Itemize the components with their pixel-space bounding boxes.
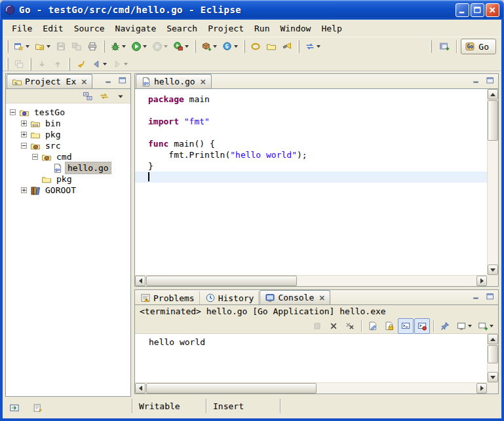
- editor-trim-button[interactable]: [30, 400, 46, 416]
- tab-hello.go[interactable]: gohello.go×: [136, 74, 212, 88]
- dropdown-arrow-icon[interactable]: [143, 45, 147, 48]
- toolbar-grip[interactable]: [68, 58, 70, 71]
- dropdown-arrow-icon[interactable]: [122, 45, 126, 48]
- code-line-2[interactable]: [135, 105, 487, 116]
- open-console-button[interactable]: [475, 318, 496, 334]
- expander-plus-icon[interactable]: +: [21, 187, 27, 193]
- fast-view-button[interactable]: [7, 400, 22, 416]
- tree-item-cmd[interactable]: −cmd: [6, 151, 130, 162]
- editor-vertical-scrollbar[interactable]: [487, 89, 498, 275]
- tab-history[interactable]: History: [201, 291, 260, 304]
- pin-editor-button[interactable]: [11, 56, 27, 72]
- toolbar-grip[interactable]: [298, 40, 300, 53]
- menu-project[interactable]: Project: [203, 22, 249, 35]
- new-class-button[interactable]: G: [220, 39, 241, 54]
- toolbar-grip[interactable]: [430, 40, 432, 53]
- dropdown-arrow-icon[interactable]: [103, 63, 107, 65]
- dropdown-arrow-icon[interactable]: [124, 63, 128, 65]
- close-tab-icon[interactable]: ×: [200, 78, 206, 86]
- minimize-button[interactable]: [456, 3, 469, 17]
- new-package-button[interactable]: [199, 39, 220, 54]
- expander-plus-icon[interactable]: +: [21, 132, 27, 137]
- scroll-left-button[interactable]: [135, 276, 145, 286]
- code-line-1[interactable]: package main: [135, 94, 487, 105]
- link-editor-button[interactable]: [96, 90, 112, 103]
- scroll-right-button[interactable]: [476, 383, 487, 394]
- dropdown-arrow-icon[interactable]: [185, 45, 189, 48]
- close-button[interactable]: [486, 3, 499, 17]
- team-sync-button[interactable]: [302, 39, 323, 54]
- menu-window[interactable]: Window: [275, 22, 316, 35]
- expander-minus-icon[interactable]: −: [10, 109, 16, 115]
- tree-item-testGo[interactable]: −testGo: [6, 107, 130, 118]
- dropdown-arrow-icon[interactable]: [213, 45, 217, 48]
- tree-item-hello.go[interactable]: gohello.go: [6, 162, 130, 174]
- scroll-left-button[interactable]: [135, 383, 145, 394]
- remove-all-launches-button[interactable]: [342, 318, 358, 334]
- toolbar-grip[interactable]: [194, 40, 196, 53]
- close-tab-icon[interactable]: ×: [319, 294, 325, 302]
- tree-item-pkg[interactable]: +pkg: [6, 129, 130, 140]
- toolbar-grip[interactable]: [29, 58, 31, 71]
- dropdown-arrow-icon[interactable]: [164, 45, 168, 48]
- open-resource-button[interactable]: [263, 39, 279, 54]
- tree-item-GOROOT[interactable]: +GOROOT: [6, 185, 130, 196]
- external-tools-button[interactable]: [170, 39, 191, 54]
- toolbar-grip[interactable]: [243, 40, 245, 53]
- toolbar-grip[interactable]: [7, 40, 9, 53]
- tab-project-ex[interactable]: Project Ex×: [7, 74, 92, 88]
- dropdown-arrow-icon[interactable]: [317, 45, 320, 48]
- dropdown-arrow-icon[interactable]: [468, 325, 472, 327]
- editor-vscroll-thumb[interactable]: [488, 100, 498, 141]
- titlebar[interactable]: Go - testGo/src/cmd/hello.go - Eclipse: [0, 0, 504, 20]
- new-go-element-button[interactable]: [32, 39, 53, 54]
- open-perspective-button[interactable]: [436, 39, 452, 54]
- coverage-button[interactable]: [149, 39, 170, 54]
- expander-plus-icon[interactable]: +: [21, 120, 27, 126]
- prev-annotation-button[interactable]: [50, 56, 66, 72]
- code-line-4[interactable]: [135, 127, 487, 138]
- expander-minus-icon[interactable]: −: [21, 143, 27, 149]
- menu-source[interactable]: Source: [69, 22, 110, 35]
- show-stderr-button[interactable]: [414, 318, 430, 334]
- tree-item-src[interactable]: −src: [6, 140, 130, 151]
- remove-launch-button[interactable]: [326, 318, 341, 334]
- code-line-8[interactable]: [135, 172, 487, 183]
- clear-console-button[interactable]: [365, 318, 381, 334]
- code-line-6[interactable]: fmt.Println("hello world");: [135, 149, 487, 160]
- console-output-area[interactable]: hello world: [135, 334, 498, 394]
- dropdown-arrow-icon[interactable]: [234, 45, 238, 48]
- menu-run[interactable]: Run: [249, 22, 275, 35]
- forward-button[interactable]: [109, 56, 130, 72]
- next-annotation-button[interactable]: [34, 56, 50, 72]
- scroll-right-button[interactable]: [476, 276, 487, 286]
- menu-help[interactable]: Help: [316, 22, 347, 35]
- new-wizard-button[interactable]: [11, 39, 32, 54]
- show-stdout-button[interactable]: [398, 318, 414, 334]
- editor-horizontal-scrollbar[interactable]: [135, 275, 487, 286]
- code-line-5[interactable]: func main() {: [135, 138, 487, 149]
- code-line-7[interactable]: }: [135, 160, 487, 172]
- dropdown-arrow-icon[interactable]: [490, 325, 494, 327]
- minimize-view-button[interactable]: [103, 75, 115, 86]
- go-perspective-button[interactable]: Go Go: [461, 39, 496, 54]
- close-tab-icon[interactable]: ×: [81, 78, 87, 86]
- editor-body[interactable]: package mainimport "fmt"func main() { fm…: [135, 89, 498, 286]
- code-area[interactable]: package mainimport "fmt"func main() { fm…: [135, 89, 487, 275]
- scroll-lock-button[interactable]: [381, 318, 397, 334]
- menu-search[interactable]: Search: [161, 22, 203, 35]
- save-button[interactable]: [53, 39, 69, 54]
- tab-console[interactable]: Console×: [260, 290, 330, 304]
- terminate-button[interactable]: [309, 318, 325, 334]
- minimize-view-button[interactable]: [471, 75, 482, 86]
- pin-console-button[interactable]: [437, 318, 453, 334]
- minimize-view-button[interactable]: [471, 291, 482, 302]
- menu-edit[interactable]: Edit: [37, 22, 68, 35]
- expander-minus-icon[interactable]: −: [32, 154, 38, 160]
- scroll-down-button[interactable]: [488, 265, 498, 275]
- print-button[interactable]: [85, 39, 100, 54]
- toolbar-grip[interactable]: [103, 40, 105, 53]
- maximize-button[interactable]: [471, 3, 484, 17]
- scroll-up-button[interactable]: [488, 334, 498, 344]
- last-edit-button[interactable]: [73, 56, 88, 72]
